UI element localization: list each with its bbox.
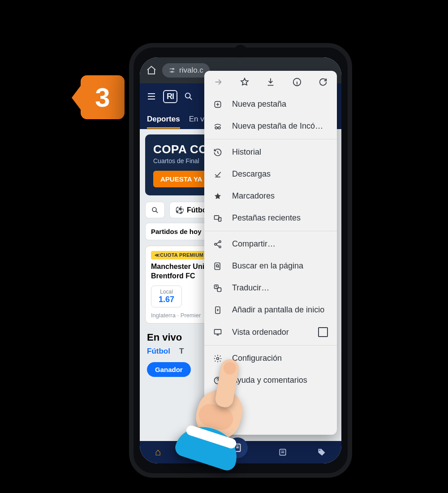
phone-screen: rivalo.c RI Deportes En v xyxy=(140,57,341,463)
svg-point-21 xyxy=(217,357,219,359)
svg-point-1 xyxy=(172,71,173,73)
menu-item-label: Añadir a pantalla de inicio xyxy=(232,305,324,315)
menu-item-star-fill[interactable]: Marcadores xyxy=(204,185,337,207)
menu-item-find[interactable]: Buscar en la página xyxy=(204,255,337,277)
odds-local[interactable]: Local 1.67 xyxy=(151,285,182,307)
plus-icon xyxy=(213,100,223,109)
translate-icon xyxy=(213,284,223,293)
menu-item-label: Descargas xyxy=(232,169,271,179)
info-icon[interactable] xyxy=(292,77,302,87)
home-icon[interactable] xyxy=(146,65,157,76)
phone-frame: rivalo.c RI Deportes En v xyxy=(129,43,352,478)
incognito-icon xyxy=(213,122,223,131)
menu-item-label: Nueva pestaña de Incó… xyxy=(232,121,323,131)
menu-item-incognito[interactable]: Nueva pestaña de Incó… xyxy=(204,115,337,137)
menu-item-history[interactable]: Historial xyxy=(204,141,337,163)
svg-rect-15 xyxy=(215,263,220,269)
odds-value: 1.67 xyxy=(159,295,174,304)
menu-separator xyxy=(204,231,337,231)
soccer-icon: ⚽ xyxy=(175,206,184,214)
menu-top-row xyxy=(204,71,337,93)
tune-icon xyxy=(168,67,176,74)
menu-item-desktop[interactable]: Vista ordenador xyxy=(204,321,337,343)
menu-item-label: Buscar en la página xyxy=(232,261,303,271)
menu-item-label: Ayuda y comentarios xyxy=(232,376,307,385)
svg-point-2 xyxy=(185,93,190,98)
menu-item-label: Marcadores xyxy=(232,191,275,201)
forward-icon[interactable] xyxy=(213,77,223,87)
live-tab-futbol[interactable]: Fútbol xyxy=(147,347,170,356)
svg-rect-20 xyxy=(215,329,221,334)
menu-separator xyxy=(204,345,337,346)
menu-list: Nueva pestañaNueva pestaña de Incó…Histo… xyxy=(204,93,337,435)
url-pill[interactable]: rivalo.c xyxy=(162,63,210,78)
camera-notch xyxy=(234,45,247,57)
menu-item-share[interactable]: Compartir… xyxy=(204,233,337,255)
menu-item-help[interactable]: Ayuda y comentarios xyxy=(204,369,337,391)
nav-tag-icon[interactable] xyxy=(317,448,326,457)
add-home-icon xyxy=(213,306,223,315)
desktop-icon xyxy=(213,328,223,337)
menu-item-devices[interactable]: Pestañas recientes xyxy=(204,207,337,229)
gear-icon xyxy=(213,354,223,363)
svg-point-16 xyxy=(216,264,219,267)
menu-item-label: Configuración xyxy=(232,354,282,363)
step-badge: 3 xyxy=(81,75,125,119)
menu-item-label: Vista ordenador xyxy=(232,328,289,337)
svg-point-0 xyxy=(172,68,174,69)
menu-item-plus[interactable]: Nueva pestaña xyxy=(204,93,337,115)
svg-point-8 xyxy=(215,126,217,129)
browser-menu: Nueva pestañaNueva pestaña de Incó…Histo… xyxy=(204,71,337,435)
filter-search[interactable] xyxy=(145,202,165,218)
hero-cta-button[interactable]: APUESTA YA xyxy=(153,171,209,187)
devices-icon xyxy=(213,214,223,223)
odds-label: Local xyxy=(159,289,174,295)
menu-separator xyxy=(204,139,337,139)
search-icon xyxy=(151,206,159,214)
menu-item-translate[interactable]: Traducir… xyxy=(204,277,337,299)
bottom-nav: ⌂ ≡ xyxy=(140,441,341,463)
download-icon[interactable] xyxy=(266,77,276,87)
search-icon[interactable] xyxy=(184,91,194,101)
nav-betslip-icon[interactable] xyxy=(227,437,248,458)
step-number: 3 xyxy=(95,82,110,113)
menu-item-label: Compartir… xyxy=(232,239,276,249)
nav-home-icon[interactable]: ⌂ xyxy=(155,446,161,458)
winner-pill[interactable]: Ganador xyxy=(147,362,191,377)
svg-point-9 xyxy=(218,126,220,129)
menu-item-add-home[interactable]: Añadir a pantalla de inicio xyxy=(204,299,337,321)
share-icon xyxy=(213,240,223,249)
star-icon[interactable] xyxy=(240,77,250,87)
hamburger-icon[interactable] xyxy=(146,91,157,102)
tab-deportes[interactable]: Deportes xyxy=(147,115,180,129)
star-fill-icon xyxy=(213,192,223,201)
menu-item-gear[interactable]: Configuración xyxy=(204,347,337,369)
check-down-icon xyxy=(213,170,223,179)
menu-item-label: Historial xyxy=(232,147,261,157)
menu-item-label: Pestañas recientes xyxy=(232,213,301,223)
site-logo[interactable]: RI xyxy=(163,90,177,103)
menu-item-label: Nueva pestaña xyxy=(232,99,286,109)
url-text: rivalo.c xyxy=(179,66,203,75)
menu-item-label: Traducir… xyxy=(232,283,269,293)
history-icon xyxy=(213,148,223,157)
nav-checklist-icon[interactable] xyxy=(278,448,287,457)
find-icon xyxy=(213,262,223,271)
tab-en-vivo[interactable]: En v xyxy=(189,115,204,124)
premium-badge: ≪ CUOTA PREMIUM xyxy=(151,251,207,259)
refresh-icon[interactable] xyxy=(318,77,328,87)
checkbox[interactable] xyxy=(318,327,328,337)
live-tab-2[interactable]: T xyxy=(179,347,184,356)
help-icon xyxy=(213,376,223,385)
menu-item-check-down[interactable]: Descargas xyxy=(204,163,337,185)
svg-point-3 xyxy=(152,208,156,212)
nav-list-icon[interactable]: ≡ xyxy=(191,446,197,458)
